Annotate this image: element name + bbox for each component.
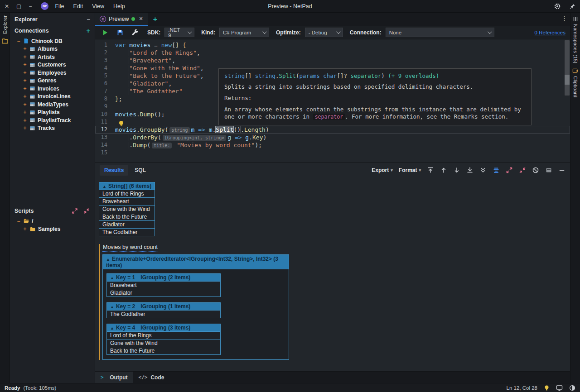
connection-select[interactable]: None: [386, 28, 494, 37]
tree-item-table[interactable]: +PlaylistTrack: [23, 116, 95, 124]
namespaces-panel-toggle[interactable]: Namespaces (15): [573, 16, 578, 63]
scrollbar-thumb[interactable]: [565, 75, 570, 85]
theme-contrast-icon[interactable]: [569, 385, 575, 391]
expand-node-glyph[interactable]: +: [23, 109, 27, 115]
window-maximize-button[interactable]: ▢: [16, 3, 21, 10]
tree-item-table[interactable]: +Invoices: [23, 85, 95, 93]
expand-node-glyph[interactable]: +: [23, 125, 27, 131]
save-button[interactable]: [115, 28, 126, 38]
tree-item-folder[interactable]: +Samples: [23, 225, 95, 234]
tab-sql[interactable]: SQL: [130, 165, 150, 176]
double-chevron-down-icon[interactable]: [479, 167, 487, 174]
grouping-key: Key = 2: [116, 303, 135, 310]
arrow-down-icon[interactable]: [453, 167, 460, 174]
expand-node-glyph[interactable]: +: [23, 70, 27, 76]
pin-icon[interactable]: [568, 3, 575, 10]
tree-item-table[interactable]: +MediaTypes: [23, 100, 95, 109]
panel-icon[interactable]: [545, 167, 552, 174]
table-cell: Braveheart: [99, 198, 155, 206]
expand-node-glyph[interactable]: +: [23, 77, 27, 84]
collapse-results-icon[interactable]: [519, 167, 526, 174]
grouping-row: Gone with the Wind: [106, 339, 221, 347]
folder-name: /: [32, 218, 33, 225]
properties-wrench-icon[interactable]: [130, 28, 140, 38]
scroll-to-top-icon[interactable]: [427, 167, 434, 174]
cursor-position[interactable]: Ln 12, Col 28: [507, 385, 537, 391]
tab-preview[interactable]: c Preview ✕: [95, 13, 148, 26]
format-dropdown[interactable]: Format ▾: [399, 167, 421, 173]
code-text: "Back to the Future",: [115, 72, 204, 80]
monitor-icon[interactable]: [556, 385, 563, 391]
quickfix-lightbulb-icon[interactable]: [119, 121, 123, 125]
new-tab-button[interactable]: +: [148, 13, 163, 26]
lightbulb-icon[interactable]: [544, 385, 550, 391]
settings-gear-icon[interactable]: [554, 3, 561, 10]
expand-node-glyph[interactable]: +: [23, 62, 27, 68]
code-editor[interactable]: 1var movies = new[] {2 "Lord of the Ring…: [95, 39, 570, 163]
menu-help[interactable]: Help: [113, 3, 125, 10]
chevron-down-icon: ▾: [419, 168, 421, 172]
clear-block-icon[interactable]: [532, 167, 539, 174]
window-close-button[interactable]: ✕: [5, 3, 9, 10]
grouping-header[interactable]: ▲Key = 4IGrouping (3 items): [106, 324, 221, 332]
tab-output[interactable]: >_ Output: [95, 372, 133, 383]
menu-file[interactable]: File: [55, 3, 64, 10]
grouping-row: The Godfather: [106, 311, 221, 318]
expand-node-glyph[interactable]: +: [23, 93, 27, 100]
expand-node-glyph[interactable]: +: [23, 46, 27, 52]
string-table-header[interactable]: ▲String[] (6 items): [99, 182, 155, 190]
tree-item-table[interactable]: +Artists: [23, 53, 95, 61]
tree-item-database[interactable]: −Chinook DB: [16, 37, 95, 45]
table-name: MediaTypes: [38, 101, 68, 108]
tree-item-table[interactable]: +InvoiceLines: [23, 93, 95, 101]
clipboard-panel-toggle[interactable]: Clipboard: [572, 68, 578, 97]
expand-node-glyph[interactable]: +: [23, 117, 27, 124]
expand-all-icon[interactable]: [71, 207, 78, 215]
editor-scrollbar[interactable]: [565, 40, 570, 96]
sdk-select[interactable]: .NET 9: [164, 28, 194, 37]
scroll-to-bottom-icon[interactable]: [466, 167, 474, 174]
grouping-key: Key = 4: [116, 325, 135, 331]
expand-node-glyph[interactable]: +: [23, 86, 27, 92]
tab-code[interactable]: </> Code: [133, 372, 170, 383]
grouping-header[interactable]: ▲Key = 1IGrouping (2 items): [106, 273, 221, 282]
grouping-header[interactable]: ▲Key = 2IGrouping (1 items): [106, 302, 221, 311]
collapse-node-glyph[interactable]: −: [16, 38, 21, 44]
tree-item-table[interactable]: +Albums: [23, 45, 95, 53]
references-link[interactable]: 0 References: [535, 30, 566, 35]
tree-item-table[interactable]: +Playlists: [23, 109, 95, 117]
tree-item-scripts-root[interactable]: −/: [16, 217, 95, 225]
expand-node-glyph[interactable]: +: [23, 226, 27, 232]
activity-explorer-label[interactable]: Explorer: [2, 15, 8, 34]
menu-edit[interactable]: Edit: [73, 3, 83, 10]
tree-item-table[interactable]: +Tracks: [23, 124, 95, 133]
tree-item-table[interactable]: +Genres: [23, 77, 95, 85]
menu-view[interactable]: View: [92, 3, 104, 10]
export-dropdown[interactable]: Export ▾: [372, 167, 393, 173]
optimize-select[interactable]: - Debug: [305, 28, 343, 37]
editor-kebab-menu[interactable]: ⋮: [561, 15, 567, 22]
csharp-script-icon: c: [100, 16, 106, 22]
explorer-collapse-button[interactable]: −: [87, 16, 90, 23]
minimize-pane-icon[interactable]: [558, 167, 566, 174]
arrow-up-icon[interactable]: [440, 167, 447, 174]
tab-close-icon[interactable]: ✕: [139, 16, 143, 22]
status-took: (Took: 105ms): [24, 385, 57, 391]
run-button[interactable]: [100, 28, 111, 38]
tree-item-table[interactable]: +Customers: [23, 61, 95, 69]
tree-item-table[interactable]: +Employees: [23, 69, 95, 77]
window-minimize-button[interactable]: −: [29, 3, 32, 10]
expand-node-glyph[interactable]: +: [23, 101, 27, 108]
code-line: 12movies.GroupBy(stringm => m.Split().Le…: [95, 126, 570, 134]
expand-node-glyph[interactable]: +: [23, 54, 27, 60]
kind-select[interactable]: C# Program: [219, 28, 269, 37]
collapse-all-icon[interactable]: [83, 207, 90, 215]
line-number: 12: [95, 126, 115, 134]
collapse-node-glyph[interactable]: −: [16, 218, 21, 225]
tab-results[interactable]: Results: [100, 165, 128, 176]
expand-results-icon[interactable]: [506, 167, 513, 174]
folder-outline-icon[interactable]: [1, 38, 9, 45]
collapse-depth-icon[interactable]: [493, 167, 500, 174]
ordered-iterator-header[interactable]: ▲Enumerable+OrderedIterator<IGrouping<In…: [103, 255, 289, 269]
add-connection-button[interactable]: +: [86, 27, 90, 34]
